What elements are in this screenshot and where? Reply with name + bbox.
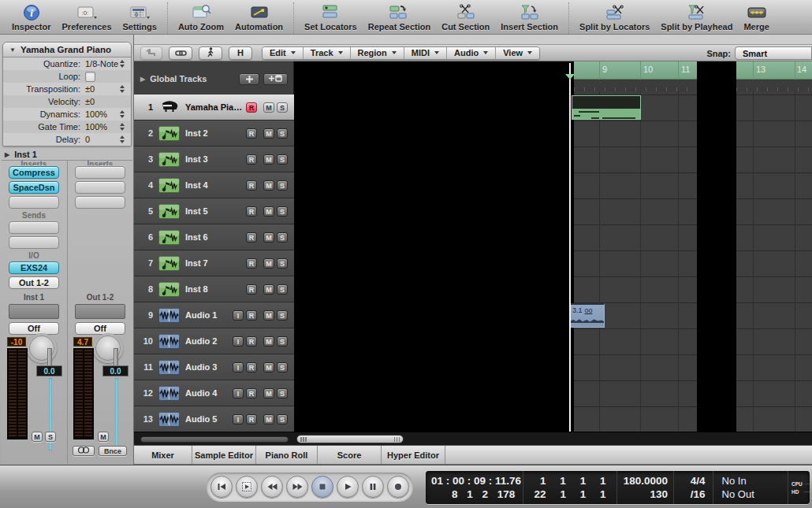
track-name[interactable]: Yamaha Pia… [185,102,242,112]
track-row-inst-3[interactable]: 3Inst 3RMS [134,146,294,172]
track-row-inst-7[interactable]: 7Inst 7RMS [134,250,294,276]
track-row-inst-5[interactable]: 5Inst 5RMS [134,198,294,224]
track-solo-button[interactable]: S [277,414,288,425]
track-row-inst-8[interactable]: 8Inst 8RMS [134,276,294,302]
bypass-button[interactable]: Off [75,322,125,335]
param-value[interactable]: 100% [80,109,107,119]
track-mute-button[interactable]: M [263,154,274,165]
toolbar-repeat-section-button[interactable]: Repeat Section [363,2,436,34]
menu-region[interactable]: Region [351,47,404,59]
stepper-icon[interactable] [119,135,125,143]
channel-strip-disclosure[interactable]: ▶ Inst 1 [5,150,37,159]
track-row-audio-4[interactable]: 12Audio 4IRMS [134,380,294,406]
insert-slot-empty[interactable] [75,196,125,209]
param-value[interactable]: 1/8-Note [80,59,118,69]
track-record-button[interactable]: R [246,102,257,113]
track-mute-button[interactable]: M [263,128,274,139]
tab-score[interactable]: Score [318,446,382,464]
track-record-button[interactable]: R [246,128,257,139]
global-tracks-row[interactable]: ▶ Global Tracks [134,69,294,88]
track-row-inst-4[interactable]: 4Inst 4RMS [134,172,294,198]
track-mute-button[interactable]: M [263,258,274,269]
track-row-audio-3[interactable]: 11Audio 3IRMS [134,354,294,380]
track-mute-button[interactable]: M [263,102,274,113]
param-row-loop-[interactable]: Loop: [3,70,131,83]
track-name[interactable]: Inst 3 [185,154,208,164]
track-name[interactable]: Inst 7 [185,258,208,268]
track-record-button[interactable]: R [246,206,257,217]
lcd-position-section[interactable]: 01 : 00 : 09 : 11.76 8 1 2 178 [426,471,523,504]
menu-view[interactable]: View [496,47,539,59]
toolbar-preferences-button[interactable]: :0:Preferences [57,2,117,34]
insert-slot-empty[interactable] [75,181,125,194]
send-slot-empty[interactable] [9,221,59,234]
track-input-monitor-button[interactable]: I [233,336,244,347]
pause-button[interactable] [362,476,384,498]
track-record-button[interactable]: R [246,310,257,321]
track-input-monitor-button[interactable]: I [233,362,244,373]
track-row-audio-1[interactable]: 9Audio 1IRMS [134,302,294,328]
param-row-dynamics-[interactable]: Dynamics:100% [3,108,131,121]
param-row-quantize-[interactable]: Quantize:1/8-Note [3,57,131,70]
track-input-monitor-button[interactable]: I [233,310,244,321]
track-row-inst-2[interactable]: 2Inst 2RMS [134,121,294,146]
track-record-button[interactable]: R [246,258,257,269]
track-solo-button[interactable]: S [277,206,288,217]
param-row-gate-time-[interactable]: Gate Time:100% [3,121,131,133]
lcd-display[interactable]: 01 : 00 : 09 : 11.76 8 1 2 178 1 1 1 1 2… [426,471,810,504]
io-instrument-slot[interactable]: EXS24 [9,261,59,274]
track-name[interactable]: Inst 6 [185,232,208,242]
toolbar-automation-button[interactable]: Automation [229,2,289,34]
toolbar-settings-button[interactable]: 0Settings [117,2,162,34]
toolbar-cut-section-button[interactable]: Cut Section [436,2,495,34]
rewind-button[interactable] [261,476,283,498]
tab-hyper-editor[interactable]: Hyper Editor [382,446,445,464]
track-name[interactable]: Inst 8 [185,284,208,294]
tab-sample-editor[interactable]: Sample Editor [192,446,256,464]
track-row-yamaha-pia-[interactable]: 1Yamaha Pia…RMS [134,95,294,121]
track-mute-button[interactable]: M [263,388,274,399]
track-mute-button[interactable]: M [263,206,274,217]
track-mute-button[interactable]: M [263,362,274,373]
mute-button[interactable]: M [98,432,109,442]
param-row-velocity-[interactable]: Velocity:±0 [3,95,131,108]
track-record-button[interactable]: R [246,362,257,373]
region-parameter-header[interactable]: ▼ Yamaha Grand Piano [3,43,131,57]
track-solo-button[interactable]: S [277,154,288,165]
audio-region[interactable]: 3.1oo [570,303,605,328]
track-solo-button[interactable]: S [277,128,288,139]
lcd-locators-section[interactable]: 1 1 1 1 22 1 1 1 [523,471,617,504]
solo-button[interactable]: S [45,432,56,442]
channel-setting-box[interactable] [9,304,59,319]
scroll-grip[interactable] [300,437,307,442]
link-button[interactable] [169,46,192,60]
play-button[interactable] [337,476,359,498]
io-output-slot[interactable]: Out 1-2 [9,276,59,289]
insert-slot-empty[interactable] [75,166,125,179]
track-name[interactable]: Audio 3 [185,362,217,372]
arrange-scrollbar[interactable] [296,435,404,443]
track-name[interactable]: Audio 4 [185,388,217,398]
track-name[interactable]: Inst 4 [185,180,208,190]
snap-dropdown[interactable]: Smart [735,46,812,60]
track-mute-button[interactable]: M [263,284,274,295]
playhead[interactable] [569,63,571,432]
insert-slot-compressor[interactable]: Compress [9,166,59,179]
arrange-area[interactable]: 910111314 3.1oo [294,61,812,432]
track-solo-button[interactable]: S [277,232,288,243]
param-value[interactable]: 0 [80,135,90,144]
track-list-scrollbar[interactable] [140,436,289,443]
track-row-inst-6[interactable]: 6Inst 6RMS [134,224,294,250]
insert-slot-spacedesigner[interactable]: SpaceDsn [9,181,59,194]
track-record-button[interactable]: R [246,154,257,165]
toolbar-merge-button[interactable]: Merge [738,2,774,34]
track-name[interactable]: Inst 5 [185,206,208,216]
track-name[interactable]: Audio 1 [185,310,217,320]
toolbar-insert-section-button[interactable]: Insert Section [495,2,564,34]
track-mute-button[interactable]: M [263,310,274,321]
stop-button[interactable] [311,476,333,498]
stepper-icon[interactable] [119,110,125,118]
toolbar-inspector-button[interactable]: iInspector [6,2,57,34]
play-from-selection-button[interactable] [236,476,258,498]
add-track-button[interactable] [239,73,259,85]
